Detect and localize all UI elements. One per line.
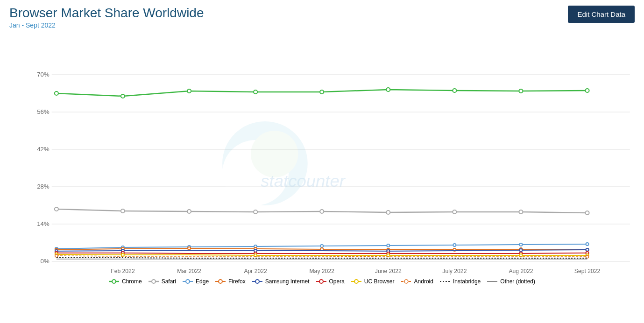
svg-point-34 bbox=[121, 209, 125, 213]
svg-point-93 bbox=[354, 280, 358, 283]
legend-label-firefox: Firefox bbox=[228, 278, 246, 285]
sub-title: Jan - Sept 2022 bbox=[9, 21, 204, 29]
svg-point-91 bbox=[319, 280, 323, 283]
legend-label-instabridge: Instabridge bbox=[453, 278, 481, 285]
svg-text:statcounter: statcounter bbox=[261, 171, 346, 190]
svg-point-87 bbox=[219, 280, 222, 283]
edit-chart-data-button[interactable]: Edit Chart Data bbox=[568, 6, 635, 23]
main-title: Browser Market Share Worldwide bbox=[9, 6, 204, 21]
legend-label-android: Android bbox=[414, 278, 433, 285]
legend-item-other: Other (dotted) bbox=[487, 278, 535, 285]
svg-point-38 bbox=[386, 211, 390, 214]
svg-point-89 bbox=[255, 280, 259, 283]
svg-point-40 bbox=[519, 210, 523, 214]
svg-text:42%: 42% bbox=[37, 146, 50, 153]
svg-point-41 bbox=[585, 211, 589, 215]
svg-point-85 bbox=[186, 280, 190, 283]
svg-point-37 bbox=[320, 210, 324, 213]
legend-label-ucbrowser: UC Browser bbox=[364, 278, 395, 285]
legend-label-safari: Safari bbox=[162, 278, 176, 285]
svg-point-39 bbox=[453, 210, 456, 214]
svg-text:Apr 2022: Apr 2022 bbox=[244, 268, 267, 274]
svg-point-33 bbox=[55, 207, 58, 211]
svg-text:Aug 2022: Aug 2022 bbox=[509, 268, 533, 274]
legend: Chrome Safari Edge Firefox Samsung Inter… bbox=[0, 275, 644, 288]
svg-text:14%: 14% bbox=[37, 220, 50, 227]
svg-text:May 2022: May 2022 bbox=[309, 268, 334, 274]
svg-point-76 bbox=[519, 254, 522, 257]
svg-point-30 bbox=[453, 89, 456, 92]
svg-point-65 bbox=[586, 248, 588, 251]
svg-point-28 bbox=[320, 90, 324, 94]
svg-point-25 bbox=[121, 94, 125, 98]
svg-point-95 bbox=[404, 280, 408, 283]
svg-text:Sept 2022: Sept 2022 bbox=[574, 268, 601, 274]
chart-area: 70% 56% 42% 28% 14% 0% Feb 2022 Mar 2022… bbox=[28, 33, 635, 275]
legend-label-samsung: Samsung Internet bbox=[265, 278, 310, 285]
svg-text:70%: 70% bbox=[37, 71, 50, 78]
header: Browser Market Share Worldwide Jan - Sep… bbox=[0, 0, 644, 33]
svg-point-32 bbox=[585, 89, 589, 92]
svg-point-83 bbox=[152, 280, 156, 283]
svg-point-49 bbox=[519, 243, 522, 246]
legend-item-chrome: Chrome bbox=[109, 278, 142, 285]
legend-item-samsung: Samsung Internet bbox=[252, 278, 310, 285]
legend-item-android: Android bbox=[401, 278, 433, 285]
legend-label-opera: Opera bbox=[329, 278, 345, 285]
legend-item-instabridge: Instabridge bbox=[440, 278, 481, 285]
svg-text:56%: 56% bbox=[37, 108, 50, 115]
legend-item-safari: Safari bbox=[149, 278, 176, 285]
svg-point-50 bbox=[586, 243, 588, 246]
svg-point-46 bbox=[320, 245, 323, 247]
legend-label-other: Other (dotted) bbox=[500, 278, 535, 285]
svg-point-64 bbox=[519, 249, 522, 252]
svg-point-31 bbox=[519, 89, 523, 93]
svg-point-47 bbox=[387, 244, 389, 247]
svg-text:28%: 28% bbox=[37, 183, 50, 190]
svg-point-48 bbox=[453, 244, 456, 246]
svg-point-53 bbox=[188, 247, 191, 250]
svg-text:June 2022: June 2022 bbox=[375, 268, 402, 274]
legend-item-edge: Edge bbox=[183, 278, 209, 285]
svg-point-35 bbox=[187, 210, 191, 213]
svg-point-78 bbox=[55, 254, 58, 257]
svg-point-22 bbox=[251, 131, 298, 177]
svg-text:July 2022: July 2022 bbox=[442, 268, 467, 274]
svg-text:0%: 0% bbox=[41, 258, 50, 265]
svg-point-24 bbox=[55, 91, 58, 95]
svg-point-27 bbox=[254, 90, 257, 94]
svg-text:Feb 2022: Feb 2022 bbox=[111, 268, 135, 274]
legend-item-opera: Opera bbox=[316, 278, 345, 285]
svg-text:Mar 2022: Mar 2022 bbox=[177, 268, 201, 274]
chart-svg: 70% 56% 42% 28% 14% 0% Feb 2022 Mar 2022… bbox=[28, 33, 635, 275]
svg-point-73 bbox=[121, 253, 124, 256]
svg-point-29 bbox=[386, 88, 390, 91]
svg-point-81 bbox=[112, 280, 116, 283]
title-block: Browser Market Share Worldwide Jan - Sep… bbox=[9, 6, 204, 29]
legend-label-chrome: Chrome bbox=[122, 278, 142, 285]
legend-item-ucbrowser: UC Browser bbox=[351, 278, 395, 285]
page-container: Browser Market Share Worldwide Jan - Sep… bbox=[0, 0, 644, 323]
svg-point-26 bbox=[187, 89, 191, 93]
legend-label-edge: Edge bbox=[196, 278, 209, 285]
legend-item-firefox: Firefox bbox=[215, 278, 246, 285]
svg-point-36 bbox=[254, 210, 257, 214]
svg-point-75 bbox=[387, 254, 389, 257]
